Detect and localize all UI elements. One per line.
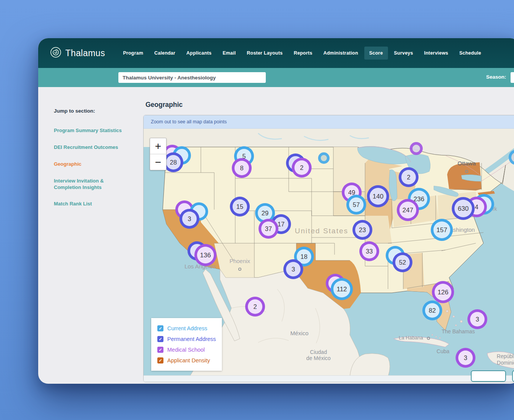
map-marker-school-2[interactable]: 2 [292,158,312,178]
map-marker-school-3[interactable]: 3 [456,348,475,368]
svg-text:112: 112 [336,286,347,293]
svg-text:49: 49 [348,189,355,196]
legend-label-permanent-address: Permanent Address [167,336,216,342]
map-marker-school-33[interactable]: 33 [359,241,379,261]
sidebar-links: Program Summary StatisticsDEI Recruitmen… [54,128,122,207]
svg-text:37: 37 [265,225,272,232]
subheader: Thalamus University - Anesthesiology Sea… [38,68,514,87]
content-area: Jump to section: Program Summary Statist… [38,87,514,384]
svg-text:3: 3 [187,215,191,222]
sidebar-link-program-summary-statistics[interactable]: Program Summary Statistics [54,128,122,134]
map-marker-school-126[interactable]: 126 [432,281,454,303]
svg-text:8: 8 [240,165,243,171]
nav-menu: ProgramCalendarApplicantsEmailRoster Lay… [118,47,486,60]
program-select[interactable]: Thalamus University - Anesthesiology [118,72,266,83]
map-marker-permanent-630[interactable]: 630 [452,197,475,220]
map-marker-school-136[interactable]: 136 [194,244,217,266]
nav-item-surveys[interactable]: Surveys [389,47,418,60]
map-marker-school[interactable] [410,142,423,155]
map-marker-permanent-3[interactable]: 3 [179,209,199,229]
legend-row-medical-school: ✓Medical School [157,344,216,355]
sidebar-link-match-rank-list[interactable]: Match Rank List [54,201,122,207]
main-area: Geographic Zoom out to see all map data … [143,87,514,384]
map-marker-permanent-52[interactable]: 52 [393,252,412,272]
map-label-ottawa: Ottawa [457,160,476,166]
map-marker-school-2[interactable]: 2 [245,297,265,317]
map-marker-school-247[interactable]: 247 [397,199,419,221]
nav-item-interviews[interactable]: Interviews [419,47,453,60]
map-marker-permanent-23[interactable]: 23 [352,220,372,240]
svg-text:3: 3 [464,354,467,361]
svg-text:15: 15 [236,203,243,210]
svg-text:2: 2 [300,164,303,171]
legend-checkbox-medical-school[interactable]: ✓ [157,347,163,353]
sidebar-title: Jump to section: [54,108,143,114]
map-marker-permanent-15[interactable]: 15 [230,197,250,216]
zoom-out-button[interactable]: − [150,154,166,170]
svg-text:3: 3 [291,266,295,273]
svg-text:17: 17 [278,221,284,228]
map-label-phoenix: Phoenix [230,258,251,264]
map-label-rep-blica: República [497,353,514,359]
page-title: Geographic [143,87,514,109]
top-nav: Thalamus ProgramCalendarApplicantsEmailR… [38,38,514,68]
map-label-dominicana: Dominicana [497,360,514,366]
thalamus-swirl-icon [50,46,62,60]
map-marker-current-57[interactable]: 57 [346,195,366,215]
map-marker-current[interactable] [318,152,330,164]
map-marker-current-112[interactable]: 112 [331,278,353,300]
legend-checkbox-current-address[interactable]: ✓ [157,325,163,331]
map-footer-button-1[interactable] [471,370,506,382]
nav-item-score[interactable]: Score [364,47,388,60]
legend-row-permanent-address: ✓Permanent Address [157,334,216,344]
svg-text:29: 29 [262,210,268,216]
map-marker-permanent-140[interactable]: 140 [367,185,389,207]
nav-item-applicants[interactable]: Applicants [181,47,217,60]
svg-text:52: 52 [399,259,406,266]
map-marker-school-8[interactable]: 8 [232,158,252,178]
map-zoom-control: + − [150,138,166,170]
svg-text:236: 236 [414,195,424,203]
map-marker-permanent-3[interactable]: 3 [283,259,303,279]
sidebar-link-geographic[interactable]: Geographic [54,161,122,168]
zoom-in-button[interactable]: + [150,138,166,154]
legend-label-medical-school: Medical School [167,347,205,353]
sidebar-link-interview-invitation-completion-insights[interactable]: Interview Invitation & Completion Insigh… [54,178,122,191]
nav-item-program[interactable]: Program [118,47,148,60]
nav-item-administration[interactable]: Administration [318,47,363,60]
svg-text:33: 33 [366,248,373,255]
legend-checkbox-applicant-density[interactable]: ✓ [157,357,163,363]
nav-item-roster-layouts[interactable]: Roster Layouts [242,47,288,60]
legend-row-current-address: ✓Current Address [157,323,216,334]
nav-item-calendar[interactable]: Calendar [149,47,180,60]
thalamus-logo[interactable]: Thalamus [50,46,105,60]
nav-item-reports[interactable]: Reports [289,47,317,60]
map-marker-school-3[interactable]: 3 [467,309,487,329]
svg-text:157: 157 [436,226,447,234]
svg-text:18: 18 [301,253,307,260]
legend-checkbox-permanent-address[interactable]: ✓ [157,336,163,342]
map-marker-school-37[interactable]: 37 [259,219,278,239]
map-label-the-bahamas: The Bahamas [441,328,475,334]
map-panel-footer [144,375,514,382]
map-legend: ✓Current Address✓Permanent Address✓Medic… [151,318,222,371]
season-select[interactable] [511,72,514,83]
map-notice: Zoom out to see all map data points [144,115,514,129]
legend-label-current-address: Current Address [167,325,207,331]
legend-row-applicant-density: ✓Applicant Density [157,355,216,366]
svg-text:136: 136 [200,252,211,259]
nav-item-email[interactable]: Email [218,47,241,60]
map[interactable]: OttawaUnited StatesNew YorkWashingtonPho… [144,129,514,377]
svg-text:630: 630 [458,205,469,212]
map-marker-current-157[interactable]: 157 [431,219,453,241]
brand-name: Thalamus [65,48,105,58]
map-marker-current-82[interactable]: 82 [422,300,442,320]
map-marker-permanent-2[interactable]: 2 [399,167,419,187]
legend-label-applicant-density: Applicant Density [167,357,210,363]
nav-item-schedule[interactable]: Schedule [454,47,486,60]
sidebar-link-dei-recruitment-outcomes[interactable]: DEI Recruitment Outcomes [54,144,122,151]
map-footer-button-2[interactable] [512,370,514,382]
map-label-la-habana: La Habana [399,335,423,341]
map-label-cuba: Cuba [436,348,449,354]
svg-text:126: 126 [438,289,448,296]
